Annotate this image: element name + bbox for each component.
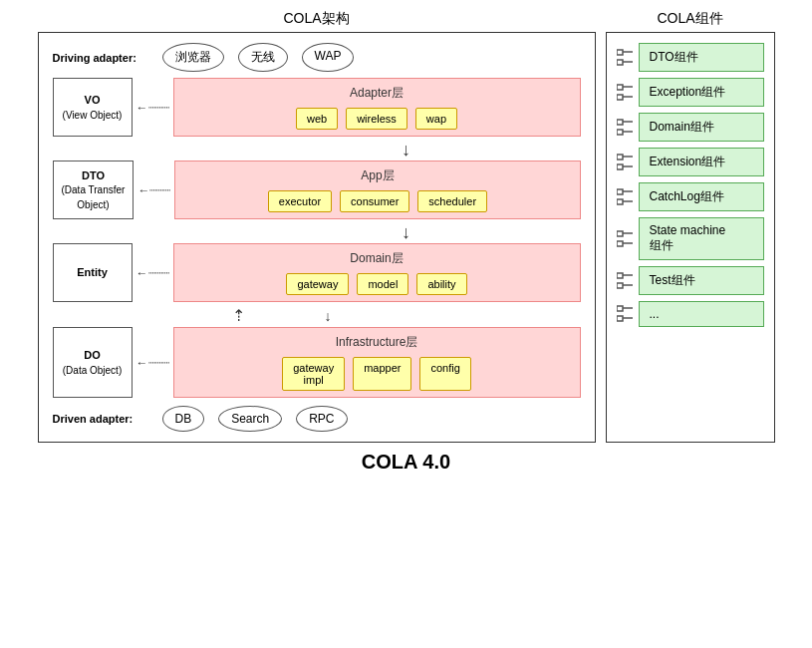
driven-adapter-row: Driven adapter: DB Search RPC xyxy=(53,406,581,432)
comp-statemachine: State machine组件 xyxy=(617,217,764,260)
svg-rect-5 xyxy=(617,95,623,100)
arrow-app-to-domain: ↓ xyxy=(53,223,581,241)
oval-db: DB xyxy=(162,406,205,432)
svg-rect-12 xyxy=(617,155,623,160)
comp-box-exception: Exception组件 xyxy=(639,78,764,107)
svg-rect-9 xyxy=(617,130,623,135)
connector-icon-statemachine xyxy=(617,227,633,251)
connector-icon-catchlog xyxy=(617,185,633,209)
svg-rect-1 xyxy=(617,60,623,65)
svg-rect-20 xyxy=(617,231,623,236)
domain-item-gateway: gateway xyxy=(286,273,349,295)
connector-icon-dto xyxy=(617,46,633,70)
domain-items: gateway model ability xyxy=(286,273,466,295)
app-items: executor consumer scheduler xyxy=(268,190,487,212)
driving-adapter-row: Driving adapter: 浏览器 无线 WAP xyxy=(53,43,581,72)
vo-box: VO(View Object) xyxy=(53,78,133,137)
comp-test: Test组件 xyxy=(617,266,764,295)
infra-item-mapper: mapper xyxy=(353,357,411,391)
oval-search: Search xyxy=(218,406,282,432)
oval-browser: 浏览器 xyxy=(162,43,224,72)
comp-domain: Domain组件 xyxy=(617,113,764,142)
app-item-consumer: consumer xyxy=(340,190,409,212)
comp-more: ... xyxy=(617,301,764,327)
domain-layer: Domain层 gateway model ability xyxy=(173,243,581,302)
domain-layer-name: Domain层 xyxy=(350,250,403,267)
svg-rect-4 xyxy=(617,85,623,90)
page-title: COLA 4.0 xyxy=(362,451,450,474)
comp-box-dto: DTO组件 xyxy=(639,43,764,72)
do-box: DO(Data Object) xyxy=(53,327,133,398)
oval-wap: WAP xyxy=(302,43,355,72)
comp-box-more: ... xyxy=(639,301,764,327)
domain-layer-row: Entity ←┈┈┈ Domain层 gateway model abilit… xyxy=(53,243,581,302)
comp-dto: DTO组件 xyxy=(617,43,764,72)
svg-rect-24 xyxy=(617,273,623,278)
svg-rect-21 xyxy=(617,241,623,246)
oval-wireless: 无线 xyxy=(238,43,288,72)
do-arrow: ←┈┈┈ xyxy=(133,327,173,398)
top-titles: COLA架构 COLA组件 xyxy=(10,10,802,28)
domain-item-model: model xyxy=(357,273,408,295)
arrow-domain-to-infra: ⇡ ↓ xyxy=(53,306,581,325)
connector-icon-more xyxy=(617,302,633,326)
connector-icon-extension xyxy=(617,151,633,174)
app-item-executor: executor xyxy=(268,190,332,212)
svg-rect-16 xyxy=(617,189,623,194)
connector-icon-test xyxy=(617,269,633,293)
svg-rect-8 xyxy=(617,120,623,125)
comp-extension: Extension组件 xyxy=(617,148,764,176)
adapter-layer-name: Adapter层 xyxy=(350,85,404,102)
arch-section: Driving adapter: 浏览器 无线 WAP VO(View Obje… xyxy=(38,32,596,443)
app-item-scheduler: scheduler xyxy=(417,190,487,212)
connector-icon-exception xyxy=(617,81,633,105)
infra-layer-name: Infrastructure层 xyxy=(336,334,418,351)
comp-catchlog: CatchLog组件 xyxy=(617,182,764,211)
dto-arrow: ←┈┈┈ xyxy=(134,161,174,219)
adapter-items: web wireless wap xyxy=(296,108,457,130)
comp-box-domain: Domain组件 xyxy=(639,113,764,142)
adapter-layer: Adapter层 web wireless wap xyxy=(173,78,581,137)
oval-rpc: RPC xyxy=(296,406,347,432)
arrow-adapter-to-app: ↓ xyxy=(53,141,581,159)
comp-box-statemachine: State machine组件 xyxy=(639,217,764,260)
entity-box: Entity xyxy=(53,243,133,302)
adapter-item-wireless: wireless xyxy=(346,108,407,130)
svg-rect-0 xyxy=(617,50,623,55)
infra-layer-row: DO(Data Object) ←┈┈┈ Infrastructure层 gat… xyxy=(53,327,581,398)
comp-section: DTO组件 Exception组件 Domain组件 xyxy=(606,32,775,443)
comp-exception: Exception组件 xyxy=(617,78,764,107)
svg-rect-17 xyxy=(617,199,623,204)
infra-items: gatewayimpl mapper config xyxy=(282,357,471,391)
infra-item-config: config xyxy=(419,357,470,391)
app-layer-row: DTO(Data TransferObject) ←┈┈┈ App层 execu… xyxy=(53,161,581,219)
comp-box-test: Test组件 xyxy=(639,266,764,295)
comp-title: COLA组件 xyxy=(606,10,775,28)
svg-rect-29 xyxy=(617,316,623,321)
adapter-item-wap: wap xyxy=(415,108,457,130)
svg-rect-28 xyxy=(617,306,623,311)
svg-rect-25 xyxy=(617,283,623,288)
domain-item-ability: ability xyxy=(416,273,466,295)
infra-item-gateway-impl: gatewayimpl xyxy=(282,357,345,391)
svg-rect-13 xyxy=(617,164,623,169)
driven-label: Driven adapter: xyxy=(53,413,134,425)
adapter-item-web: web xyxy=(296,108,338,130)
comp-box-extension: Extension组件 xyxy=(639,148,764,176)
driving-label: Driving adapter: xyxy=(53,52,136,64)
connector-icon-domain xyxy=(617,116,633,140)
app-layer: App层 executor consumer scheduler xyxy=(174,161,580,219)
dto-box: DTO(Data TransferObject) xyxy=(53,161,135,219)
app-layer-name: App层 xyxy=(361,167,394,184)
infra-layer: Infrastructure层 gatewayimpl mapper confi… xyxy=(173,327,581,398)
arch-title: COLA架构 xyxy=(38,10,596,28)
adapter-layer-row: VO(View Object) ←┈┈┈ Adapter层 web wirele… xyxy=(53,78,581,137)
main-container: Driving adapter: 浏览器 无线 WAP VO(View Obje… xyxy=(10,32,802,443)
comp-box-catchlog: CatchLog组件 xyxy=(639,182,764,211)
vo-arrow: ←┈┈┈ xyxy=(133,78,173,137)
entity-arrow: ←┈┈┈ xyxy=(133,243,173,302)
